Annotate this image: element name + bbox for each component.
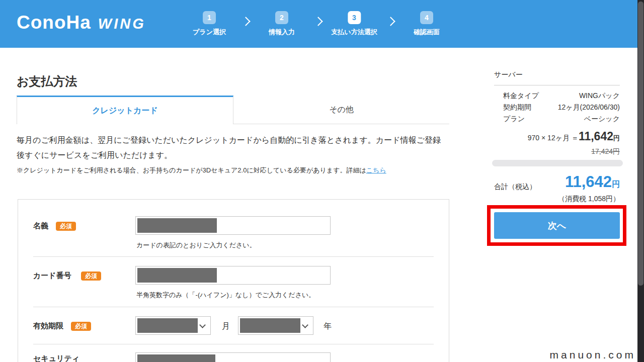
card-number-help-text: 半角英数字のみ（「-(ハイフン)」なし）でご入力ください。 (136, 291, 315, 300)
conoha-wing-logo[interactable]: ConoHa WING (17, 12, 146, 33)
step-number-badge: 1 (203, 11, 216, 24)
step-label: プラン選択 (193, 28, 226, 37)
required-badge: 必須 (56, 222, 76, 231)
logo-wing-text: WING (98, 16, 146, 32)
row-divider (33, 307, 434, 307)
tab-other[interactable]: その他 (233, 96, 449, 124)
card-name-input[interactable] (135, 216, 331, 235)
step-confirm: 4 確認画面 (414, 11, 440, 37)
summary-row-price-type: 料金タイプ WINGパック (503, 92, 620, 101)
next-button[interactable]: 次へ (494, 212, 620, 239)
chevron-right-icon (386, 17, 395, 26)
step-label: 支払い方法選択 (331, 28, 377, 37)
redacted-value (137, 268, 217, 283)
security-code-label: セキュリティ (33, 354, 79, 362)
required-badge: 必須 (81, 272, 101, 281)
row-label: 契約期間 (503, 103, 531, 112)
price-calculation: 970 × 12ヶ月 ＝11,642円 (494, 130, 620, 143)
expiry-label: 有効期限 (33, 321, 63, 331)
chevron-right-icon (313, 17, 323, 26)
chevron-down-icon (199, 322, 206, 328)
page: ConoHa WING 1 プラン選択 2 情報入力 3 支払い方法選択 4 確… (0, 0, 644, 362)
total-unit: 円 (612, 180, 620, 189)
chevron-down-icon (302, 322, 308, 328)
redacted-value (240, 318, 300, 333)
summary-row-plan: プラン ベーシック (503, 115, 620, 124)
row-label: プラン (503, 115, 525, 124)
step-plan-select: 1 プラン選択 (193, 11, 226, 37)
security-code-input[interactable] (135, 352, 331, 362)
step-label: 確認画面 (414, 28, 440, 37)
name-help-text: カードの表記のとおりご入力ください。 (136, 241, 256, 250)
redacted-value (137, 354, 215, 362)
summary-row-contract-term: 契約期間 12ヶ月(2026/06/30) (503, 103, 620, 112)
card-number-input[interactable] (135, 266, 331, 285)
step-number-badge: 2 (275, 11, 288, 24)
row-divider (33, 256, 434, 257)
row-value: ベーシック (584, 115, 620, 124)
calc-amount: 11,642 (579, 130, 613, 143)
total-price: 11,642円 (494, 173, 620, 191)
app-header: ConoHa WING 1 プラン選択 2 情報入力 3 支払い方法選択 4 確… (0, 0, 644, 48)
summary-heading: サーバー (494, 70, 523, 79)
row-divider (33, 344, 434, 344)
row-value: WINGパック (579, 92, 620, 101)
calc-formula: 970 × 12ヶ月 ＝ (528, 134, 579, 142)
step-number-badge: 3 (348, 11, 361, 24)
tab-credit-card[interactable]: クレジットカード (17, 96, 233, 124)
row-value: 12ヶ月(2026/06/30) (558, 103, 620, 112)
payment-description: 毎月のご利用金額は、翌月にご登録いただいたクレジットカードから自動的に引き落とさ… (17, 133, 448, 163)
month-unit-label: 月 (222, 321, 230, 332)
secure-note-text: ※クレジットカードをご利用される場合、お手持ちのカードが3Dセキュア2.0に対応… (17, 166, 366, 174)
calc-unit: 円 (613, 134, 620, 142)
card-number-label: カード番号 (33, 271, 71, 281)
panel-scrollbar (492, 160, 623, 166)
redacted-value (137, 218, 217, 233)
watermark: manuon.com (550, 349, 636, 361)
summary-divider (494, 85, 620, 85)
scrollbar-thumb[interactable] (638, 2, 643, 286)
redacted-value (137, 318, 198, 333)
expiry-month-select[interactable] (135, 316, 211, 335)
page-title: お支払方法 (17, 73, 77, 89)
page-scrollbar[interactable] (637, 0, 644, 362)
name-field-label: 名義 (33, 221, 48, 231)
row-label: 料金タイプ (503, 92, 539, 101)
step-number-badge: 4 (420, 11, 433, 24)
year-unit-label: 年 (324, 321, 332, 332)
chevron-right-icon (241, 17, 250, 26)
required-badge: 必須 (71, 322, 91, 331)
step-payment-method: 3 支払い方法選択 (331, 11, 377, 37)
payment-tabs: クレジットカード その他 (17, 96, 449, 124)
expiry-year-select[interactable] (238, 316, 313, 335)
logo-conoha-text: ConoHa (17, 12, 91, 33)
step-label: 情報入力 (269, 28, 295, 37)
secure-note: ※クレジットカードをご利用される場合、お手持ちのカードが3Dセキュア2.0に対応… (17, 166, 448, 175)
credit-card-form: 名義 必須 カードの表記のとおりご入力ください。 カード番号 必須 半角英数字の… (18, 199, 449, 362)
total-amount: 11,642 (565, 173, 612, 191)
step-info-input: 2 情報入力 (269, 11, 295, 37)
tax-note: （消費税 1,058円） (494, 195, 620, 204)
details-link[interactable]: こちら (366, 166, 386, 174)
original-price: 17,424円 (494, 147, 620, 156)
